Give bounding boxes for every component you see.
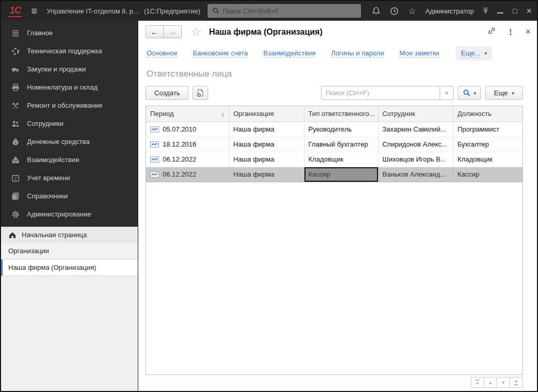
navlink-more[interactable]: Еще... ▾	[456, 46, 492, 61]
sidebar-item-stock[interactable]: Номенклатура и склад	[1, 78, 138, 96]
back-button[interactable]: ←	[146, 25, 164, 38]
navlink-logins[interactable]: Логины и пароли	[331, 49, 384, 57]
current-user[interactable]: Администратор	[425, 7, 474, 15]
table-row-selected[interactable]: 06.12.2022 Наша фирма Кассир Ваньков Але…	[146, 167, 523, 182]
chevron-down-icon: ▾	[512, 91, 514, 96]
printer-icon	[11, 83, 20, 92]
cell-organization[interactable]: Наша фирма	[229, 167, 304, 182]
form-our-firm: ← → ☆ Наша фирма (Организация) ⋮ × Основ…	[138, 21, 537, 391]
navlink-notes[interactable]: Мои заметки	[399, 49, 439, 57]
platform-title: (1С:Предприятие)	[144, 7, 200, 15]
gear-icon	[11, 210, 20, 219]
cell-period[interactable]: 05.07.2010	[146, 122, 229, 137]
cell-position[interactable]: Бухгалтер	[453, 137, 523, 152]
favorite-star-icon[interactable]: ☆	[191, 25, 202, 39]
column-type[interactable]: Тип ответственного...	[304, 106, 378, 122]
navlink-interactions[interactable]: Взаимодействия	[264, 49, 316, 57]
get-link-icon[interactable]	[487, 26, 496, 37]
sidebar-item-support[interactable]: Техническая поддержка	[1, 42, 138, 60]
cell-type[interactable]: Кладовщик	[304, 152, 378, 167]
cell-type[interactable]: Руководитель	[304, 122, 378, 137]
cell-position[interactable]: Кассир	[453, 167, 523, 182]
app-title: Управление IT-отделом 8, р...	[47, 7, 139, 15]
sidebar-item-main[interactable]: Главное	[1, 24, 138, 42]
chevron-down-icon: ▾	[474, 91, 476, 96]
list-search-input[interactable]	[321, 86, 440, 100]
cell-type-active[interactable]: Кассир	[304, 167, 378, 182]
close-form-button[interactable]: ×	[525, 26, 531, 37]
clear-search-button[interactable]: ×	[440, 86, 454, 100]
cell-position[interactable]: Кладовщик	[453, 152, 523, 167]
sidebar-item-purchases[interactable]: Закупки и продажи	[1, 60, 138, 78]
cell-organization[interactable]: Наша фирма	[229, 122, 304, 137]
sidebar-item-label: Учет времени	[27, 174, 70, 182]
sidebar-item-timesheet[interactable]: 7 Учет времени	[1, 169, 138, 187]
cell-employee[interactable]: Шиховцов Игорь В...	[378, 152, 453, 167]
global-search-input[interactable]	[223, 7, 356, 15]
history-icon[interactable]	[390, 7, 399, 16]
navlink-bank-accounts[interactable]: Банковские счета	[193, 49, 248, 57]
sidebar-item-label: Денежные средства	[27, 138, 90, 146]
open-window-label: Наша фирма (Организация)	[8, 264, 96, 271]
list-more-button[interactable]: Еще ▾	[485, 86, 523, 100]
cell-period[interactable]: 18.12.2016	[146, 137, 229, 152]
maximize-button[interactable]: □	[513, 7, 517, 15]
sidebar-item-money[interactable]: s Денежные средства	[1, 133, 138, 151]
sidebar-item-label: Закупки и продажи	[27, 65, 86, 73]
navlink-main[interactable]: Основное	[147, 49, 178, 57]
go-last-button[interactable]: ▼	[510, 377, 523, 388]
create-button[interactable]: Создать	[146, 86, 188, 100]
search-options-button[interactable]: ▾	[458, 86, 481, 100]
cell-period[interactable]: 06.12.2022	[146, 167, 229, 182]
service-menu-icon[interactable]: ≡ ▾	[483, 8, 488, 14]
table-row[interactable]: 18.12.2016 Наша фирма Главный бухгалтер …	[146, 137, 523, 152]
table-row[interactable]: 06.12.2022 Наша фирма Кладовщик Шиховцов…	[146, 152, 523, 167]
column-employee[interactable]: Сотрудник	[378, 106, 453, 122]
column-period[interactable]: Период↓	[146, 106, 229, 122]
list-search: ×	[321, 86, 454, 100]
register-record-icon	[150, 156, 159, 163]
home-icon	[8, 231, 17, 239]
column-position[interactable]: Должность	[453, 106, 523, 122]
cell-period[interactable]: 06.12.2022	[146, 152, 229, 167]
cell-employee[interactable]: Захаркин Савелий...	[378, 122, 453, 137]
support-ring-icon	[11, 47, 20, 55]
table-header-row: Период↓ Организация Тип ответственного..…	[146, 106, 523, 122]
create-new-document-button[interactable]	[193, 86, 208, 100]
menu-lines-icon	[11, 29, 20, 37]
cell-employee[interactable]: Спиридонов Алекс...	[378, 137, 453, 152]
forward-button[interactable]: →	[164, 25, 182, 38]
main-menu-icon[interactable]: ≡	[27, 5, 41, 17]
go-next-button[interactable]: ▼	[497, 377, 510, 388]
sort-desc-icon: ↓	[221, 110, 225, 118]
sidebar-item-repair[interactable]: Ремонт и обслуживание	[1, 96, 138, 114]
sidebar-item-catalogs[interactable]: Справочники	[1, 187, 138, 205]
cell-type[interactable]: Главный бухгалтер	[304, 137, 378, 152]
favorites-star-icon[interactable]: ☆	[408, 7, 416, 16]
sidebar-home-label: Начальная страница	[22, 231, 87, 239]
column-organization[interactable]: Организация	[229, 106, 304, 122]
cell-organization[interactable]: Наша фирма	[229, 152, 304, 167]
register-record-icon	[150, 171, 159, 178]
app-window: 1С ≡ Управление IT-отделом 8, р... (1С:П…	[0, 0, 538, 392]
more-actions-icon[interactable]: ⋮	[506, 27, 515, 37]
minimize-button[interactable]	[497, 8, 503, 13]
go-prev-button[interactable]: ▲	[484, 377, 497, 388]
catalog-icon	[11, 192, 20, 200]
cell-position[interactable]: Программист	[453, 122, 523, 137]
global-search[interactable]	[208, 4, 361, 18]
go-first-button[interactable]: ▲	[471, 377, 484, 388]
table-row[interactable]: 05.07.2010 Наша фирма Руководитель Захар…	[146, 122, 523, 137]
sidebar-item-administration[interactable]: Администрирование	[1, 205, 138, 223]
sidebar-item-interactions[interactable]: Взаимодействия	[1, 151, 138, 169]
go-next-icon: ▼	[501, 380, 506, 385]
close-window-button[interactable]: ×	[526, 6, 532, 17]
notifications-bell-icon[interactable]	[372, 7, 381, 16]
open-window-our-firm[interactable]: Наша фирма (Организация)	[1, 259, 138, 276]
cell-employee[interactable]: Ваньков Александ...	[378, 167, 453, 182]
sidebar-home-page[interactable]: Начальная страница	[1, 226, 138, 243]
sidebar-item-employees[interactable]: Сотрудники	[1, 114, 138, 133]
cell-organization[interactable]: Наша фирма	[229, 137, 304, 152]
open-window-organizations[interactable]: Организации	[1, 243, 138, 259]
service-caret-icon: ▾	[485, 11, 487, 14]
